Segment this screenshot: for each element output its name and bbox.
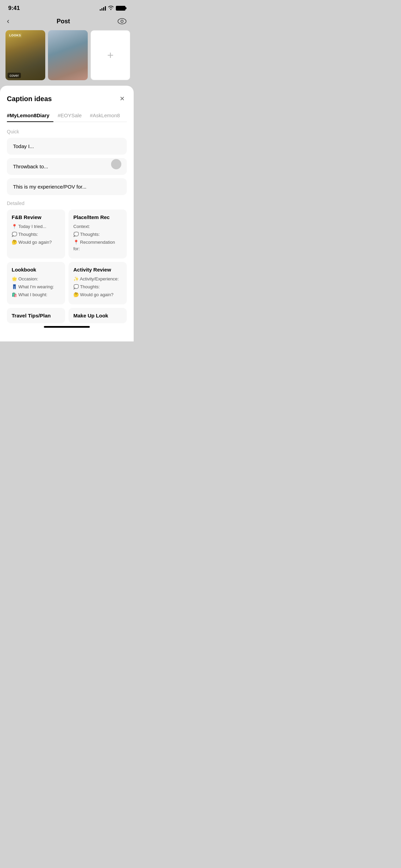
status-icons bbox=[100, 5, 125, 11]
drag-handle bbox=[111, 159, 121, 169]
cover-label: cover bbox=[8, 73, 21, 78]
svg-point-0 bbox=[118, 19, 126, 24]
sheet-title: Caption ideas bbox=[7, 95, 52, 103]
quick-card-experience[interactable]: This is my experience/POV for... bbox=[7, 178, 127, 195]
image-thumb-1[interactable]: LOOKS cover bbox=[5, 30, 45, 80]
quick-card-throwback[interactable]: Throwback to... bbox=[7, 158, 127, 175]
tab-asklemon8[interactable]: #AskLemon8 bbox=[86, 110, 124, 122]
signal-icon bbox=[100, 6, 106, 11]
svg-point-1 bbox=[121, 20, 123, 23]
caption-ideas-sheet: Caption ideas ✕ #MyLemon8Diary #EOYSale … bbox=[0, 86, 134, 341]
plus-icon: + bbox=[107, 50, 114, 61]
sheet-header: Caption ideas ✕ bbox=[7, 94, 127, 104]
tab-mylemon8diary[interactable]: #MyLemon8Diary bbox=[7, 110, 53, 122]
close-button[interactable]: ✕ bbox=[117, 94, 127, 104]
status-bar: 9:41 bbox=[0, 0, 134, 14]
quick-section-label: Quick bbox=[7, 129, 127, 134]
page-title: Post bbox=[57, 18, 70, 25]
back-button[interactable]: ‹ bbox=[7, 17, 9, 26]
hashtag-tabs: #MyLemon8Diary #EOYSale #AskLemon8 bbox=[7, 110, 127, 122]
detailed-grid: F&B Review 📍 Today I tried... 💭 Thoughts… bbox=[7, 209, 127, 304]
bottom-cards: Travel Tips/Plan Make Up Look bbox=[7, 308, 127, 323]
bottom-card-makeup[interactable]: Make Up Look bbox=[69, 308, 127, 323]
detail-card-place-rec[interactable]: Place/Item Rec Context: 💭 Thoughts: 📍 Re… bbox=[69, 209, 127, 258]
wifi-icon bbox=[108, 5, 114, 11]
detail-card-fb-review[interactable]: F&B Review 📍 Today I tried... 💭 Thoughts… bbox=[7, 209, 65, 258]
tab-eoysale[interactable]: #EOYSale bbox=[53, 110, 86, 122]
quick-card-today[interactable]: Today I... bbox=[7, 138, 127, 155]
nav-bar: ‹ Post bbox=[0, 14, 134, 30]
visibility-button[interactable] bbox=[117, 16, 127, 26]
battery-icon bbox=[116, 6, 125, 11]
image-row: LOOKS cover + bbox=[0, 30, 134, 86]
detail-card-lookbook[interactable]: Lookbook 🌟 Occasion: 👖 What I'm wearing:… bbox=[7, 262, 65, 305]
status-time: 9:41 bbox=[8, 5, 20, 12]
detail-card-activity-review[interactable]: Activity Review ✨ Activity/Experience: 💭… bbox=[69, 262, 127, 305]
add-image-button[interactable]: + bbox=[90, 30, 130, 80]
detailed-section-label: Detailed bbox=[7, 201, 127, 206]
home-indicator bbox=[44, 326, 90, 328]
bottom-card-travel[interactable]: Travel Tips/Plan bbox=[7, 308, 65, 323]
image-thumb-2[interactable] bbox=[48, 30, 88, 80]
